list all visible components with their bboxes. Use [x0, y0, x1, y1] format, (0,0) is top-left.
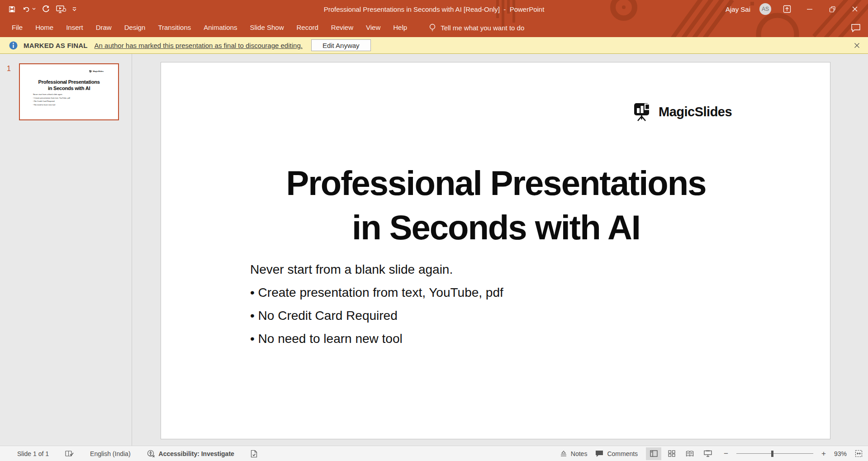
- status-bar: Slide 1 of 1 English (India) Accessibili…: [0, 446, 868, 461]
- minimize-button[interactable]: [803, 3, 816, 15]
- document-check-icon[interactable]: [251, 450, 257, 458]
- banner-message-link[interactable]: An author has marked this presentation a…: [95, 42, 303, 49]
- zoom-slider-handle[interactable]: [771, 451, 773, 457]
- tab-transitions[interactable]: Transitions: [152, 18, 197, 37]
- tab-file[interactable]: File: [5, 18, 29, 37]
- banner-close-icon[interactable]: [854, 43, 860, 48]
- info-icon: [9, 41, 18, 50]
- zoom-out-icon[interactable]: −: [724, 449, 728, 458]
- tell-me-box[interactable]: Tell me what you want to do: [429, 23, 524, 32]
- ribbon-tabs: File Home Insert Draw Design Transitions…: [0, 18, 868, 37]
- slide-thumbnail-panel: 1 MagicSlides: [0, 54, 132, 446]
- redo-icon[interactable]: [42, 5, 50, 13]
- app-header: Professional Presentations in Seconds wi…: [0, 0, 868, 37]
- workspace: 1 MagicSlides: [0, 54, 868, 446]
- account-name[interactable]: Ajay Sai: [726, 5, 750, 13]
- slide-title[interactable]: Professional Presentations in Seconds wi…: [161, 161, 831, 250]
- body-line: • No Credit Card Required: [250, 304, 503, 327]
- slide[interactable]: MagicSlides Professional Presentations i…: [161, 62, 830, 439]
- restore-button[interactable]: [825, 3, 839, 15]
- slide-thumbnail[interactable]: MagicSlides Professional Presentations i…: [19, 63, 119, 120]
- save-icon[interactable]: [8, 5, 16, 13]
- thumbnail-slide-number: 1: [7, 65, 11, 73]
- magicslides-icon: [89, 70, 92, 73]
- editor-canvas: MagicSlides Professional Presentations i…: [132, 54, 868, 446]
- slide-indicator: Slide 1 of 1: [17, 450, 49, 457]
- marked-as-final-banner: MARKED AS FINAL An author has marked thi…: [0, 37, 868, 54]
- body-line: Never start from a blank slide again.: [250, 258, 503, 281]
- slideshow-view-button[interactable]: [700, 447, 716, 460]
- lightbulb-icon: [429, 23, 436, 32]
- powerpoint-window: Professional Presentations in Seconds wi…: [0, 0, 868, 461]
- ribbon-display-options-icon[interactable]: [780, 3, 794, 15]
- quick-access-toolbar: [8, 5, 76, 13]
- avatar[interactable]: AS: [759, 3, 771, 15]
- notes-icon: [560, 451, 567, 457]
- slide-title-thumb: Professional Presentations in Seconds wi…: [20, 79, 118, 92]
- tab-draw[interactable]: Draw: [90, 18, 118, 37]
- body-line: • No need to learn new tool: [250, 327, 503, 350]
- share-comments-icon[interactable]: [851, 24, 868, 32]
- tab-view[interactable]: View: [360, 18, 387, 37]
- accessibility-status[interactable]: Accessibility: Investigate: [147, 450, 234, 458]
- tab-animations[interactable]: Animations: [197, 18, 243, 37]
- magicslides-logo-thumb: MagicSlides: [89, 70, 104, 73]
- slide-sorter-view-button[interactable]: [664, 447, 679, 460]
- customize-qat-icon[interactable]: [72, 7, 76, 11]
- tab-design[interactable]: Design: [118, 18, 152, 37]
- tab-home[interactable]: Home: [29, 18, 60, 37]
- spellcheck-icon[interactable]: [65, 450, 74, 457]
- notes-toggle[interactable]: Notes: [560, 450, 588, 457]
- language-status[interactable]: English (India): [90, 450, 131, 457]
- titlebar-controls: Ajay Sai AS: [726, 3, 868, 15]
- close-button[interactable]: [848, 3, 862, 15]
- thumbnail-content: MagicSlides Professional Presentations i…: [20, 64, 118, 119]
- zoom-slider[interactable]: [736, 451, 813, 457]
- tab-record[interactable]: Record: [290, 18, 324, 37]
- magicslides-logo[interactable]: MagicSlides: [634, 102, 732, 121]
- titlebar: Professional Presentations in Seconds wi…: [0, 0, 868, 18]
- tab-help[interactable]: Help: [387, 18, 413, 37]
- slide-body[interactable]: Never start from a blank slide again. • …: [250, 258, 503, 350]
- normal-view-button[interactable]: [646, 447, 661, 460]
- logo-text: MagicSlides: [659, 105, 732, 119]
- tab-slide-show[interactable]: Slide Show: [243, 18, 290, 37]
- comments-toggle[interactable]: Comments: [595, 450, 638, 457]
- undo-icon[interactable]: [22, 5, 36, 13]
- comments-icon: [595, 450, 603, 457]
- zoom-in-icon[interactable]: +: [821, 449, 826, 458]
- tell-me-label: Tell me what you want to do: [441, 24, 524, 32]
- zoom-level[interactable]: 93%: [834, 450, 847, 457]
- body-line: • Create presentation from text, YouTube…: [250, 281, 503, 304]
- banner-label: MARKED AS FINAL: [24, 42, 88, 49]
- slide-title-line2: in Seconds with AI: [161, 205, 831, 250]
- tab-insert[interactable]: Insert: [60, 18, 90, 37]
- slide-body-thumb: Never start from a blank slide again. • …: [33, 93, 70, 106]
- reading-view-button[interactable]: [682, 447, 697, 460]
- edit-anyway-button[interactable]: Edit Anyway: [311, 39, 371, 51]
- slide-title-line1: Professional Presentations: [161, 161, 831, 205]
- fit-slide-to-window-icon[interactable]: [855, 450, 863, 457]
- start-slideshow-icon[interactable]: [56, 5, 66, 13]
- accessibility-icon: [147, 450, 155, 458]
- magicslides-icon: [634, 102, 654, 121]
- tab-review[interactable]: Review: [325, 18, 360, 37]
